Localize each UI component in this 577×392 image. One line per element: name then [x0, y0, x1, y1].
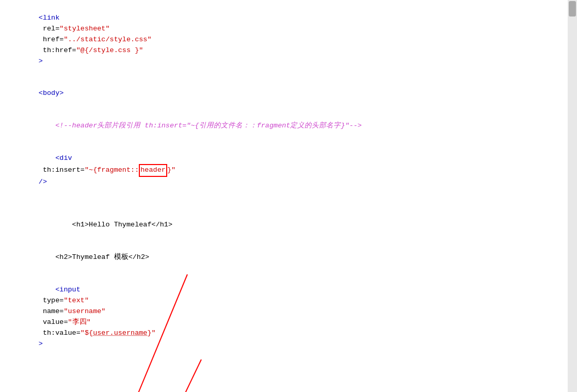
code-line: <body> — [5, 77, 563, 110]
code-line: <h1>Hello Thymeleaf</h1> — [5, 209, 563, 242]
code-line: <input type="text" name="username" value… — [5, 274, 563, 360]
code-line: <h2>Thymeleaf 模板</h2> — [5, 241, 563, 274]
scrollbar-thumb[interactable] — [569, 1, 576, 17]
scrollbar-area[interactable] — [568, 0, 577, 392]
code-line-header-insert: <div th:insert="~{fragment::header}" /> — [5, 142, 563, 199]
code-line: <link rel="stylesheet" href="../static/s… — [5, 2, 563, 77]
code-line: <!--header头部片段引用 th:insert="~{引用的文件名：：fr… — [5, 110, 563, 142]
code-line — [5, 199, 563, 209]
code-line — [5, 371, 563, 382]
code-area: <link rel="stylesheet" href="../static/s… — [0, 0, 568, 392]
top-code-section: <link rel="stylesheet" href="../static/s… — [0, 0, 568, 392]
main-container: <link rel="stylesheet" href="../static/s… — [0, 0, 577, 392]
code-line — [5, 360, 563, 371]
code-line: <!--footer底部部片段引用 th:insert--> — [5, 382, 563, 392]
